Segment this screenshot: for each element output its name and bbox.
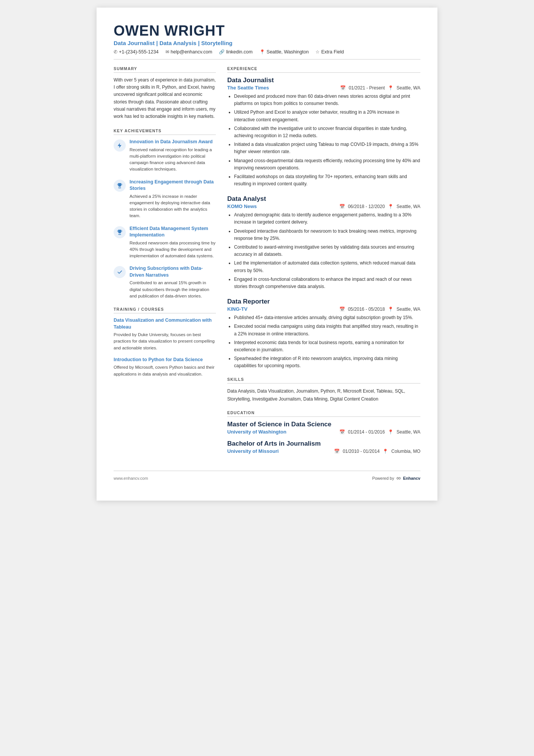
contact-email: ✉ help@enhancv.com [166, 49, 212, 55]
edu-dates-2: 📅 01/2010 - 01/2014 📍 Columbia, MO [334, 449, 420, 454]
trophy-icon-1 [117, 183, 123, 189]
course-item-1: Data Visualization and Communication wit… [114, 317, 216, 351]
location-icon-3: 📍 [388, 307, 393, 312]
education-section-title: EDUCATION [227, 410, 420, 417]
achievement-icon-1 [114, 139, 126, 152]
achievement-item-4: Driving Subscriptions with Data-Driven N… [114, 265, 216, 299]
contact-location: 📍 Seattle, Washington [259, 49, 309, 55]
job-item-3: Data Reporter KING-TV 📅 05/2016 - 05/201… [227, 298, 420, 369]
bullet: Initiated a data visualization project u… [234, 141, 420, 155]
job-bullets-1: Developed and produced more than 60 data… [227, 93, 420, 188]
bullet: Facilitated workshops on data storytelli… [234, 173, 420, 188]
phone-icon: ✆ [114, 49, 117, 55]
edu-meta-2: University of Missouri 📅 01/2010 - 01/20… [227, 448, 420, 454]
achievement-content-1: Innovation in Data Journalism Award Rece… [130, 139, 216, 173]
bullet: Led the implementation of automated data… [234, 260, 420, 274]
job-company-2: KOMO News [227, 203, 257, 209]
star-icon: ☆ [315, 49, 320, 55]
experience-section-title: EXPERIENCE [227, 66, 420, 73]
footer: www.enhancv.com Powered by ∞ Enhancv [114, 471, 420, 482]
achievement-item-3: Efficient Data Management System Impleme… [114, 225, 216, 260]
header-contact: ✆ +1-(234)-555-1234 ✉ help@enhancv.com 🔗… [114, 49, 420, 59]
edu-item-1: Master of Science in Data Science Univer… [227, 421, 420, 435]
achievements-section-title: KEY ACHIEVEMENTS [114, 128, 216, 135]
bullet: Contributed to award-winning investigati… [234, 244, 420, 258]
brand-name: Enhancv [403, 476, 420, 481]
bullet: Executed social media campaigns using da… [234, 323, 420, 337]
course-title-1: Data Visualization and Communication wit… [114, 317, 216, 330]
location-icon-2: 📍 [388, 204, 393, 209]
edu-item-2: Bachelor of Arts in Journalism Universit… [227, 440, 420, 454]
edu-school-2: University of Missouri [227, 448, 279, 454]
linkedin-icon: 🔗 [219, 49, 225, 55]
trophy-icon-2 [117, 229, 123, 235]
job-meta-2: KOMO News 📅 06/2018 - 12/2020 📍 Seattle,… [227, 203, 420, 209]
course-item-2: Introduction to Python for Data Science … [114, 357, 216, 377]
left-column: SUMMARY With over 5 years of experience … [114, 66, 216, 459]
bullet: Developed and produced more than 60 data… [234, 93, 420, 107]
job-meta-3: KING-TV 📅 05/2016 - 05/2018 📍 Seattle, W… [227, 306, 420, 312]
job-dates-2: 📅 06/2018 - 12/2020 📍 Seattle, WA [339, 204, 420, 209]
contact-linkedin: 🔗 linkedin.com [219, 49, 252, 55]
edu-degree-1: Master of Science in Data Science [227, 421, 420, 428]
edu-school-1: University of Washington [227, 429, 286, 435]
job-company-1: The Seattle Times [227, 85, 269, 91]
achievement-title-2: Increasing Engagement through Data Stori… [130, 179, 216, 192]
achievement-content-4: Driving Subscriptions with Data-Driven N… [130, 265, 216, 299]
job-title-3: Data Reporter [227, 298, 420, 305]
achievement-content-3: Efficient Data Management System Impleme… [130, 225, 216, 260]
calendar-icon-2: 📅 [339, 204, 345, 209]
job-company-3: KING-TV [227, 306, 247, 312]
bullet: Developed interactive dashboards for new… [234, 228, 420, 242]
achievement-desc-4: Contributed to an annual 15% growth in d… [130, 280, 216, 299]
calendar-icon-3: 📅 [339, 307, 345, 312]
right-column: EXPERIENCE Data Journalist The Seattle T… [227, 66, 420, 459]
email-icon: ✉ [166, 49, 169, 55]
calendar-icon-edu-1: 📅 [339, 429, 345, 435]
achievement-title-3: Efficient Data Management System Impleme… [130, 225, 216, 239]
bullet: Utilized Python and Excel to analyze vot… [234, 109, 420, 123]
bullet: Engaged in cross-functional collaboratio… [234, 276, 420, 290]
job-bullets-2: Analyzed demographic data to identify au… [227, 211, 420, 290]
contact-extra: ☆ Extra Field [315, 49, 344, 55]
resume-page: OWEN WRIGHT Data Journalist | Data Analy… [97, 8, 437, 501]
location-icon-1: 📍 [388, 85, 393, 91]
location-icon-edu-1: 📍 [388, 429, 393, 435]
job-title-2: Data Analyst [227, 195, 420, 203]
job-item-1: Data Journalist The Seattle Times 📅 01/2… [227, 77, 420, 188]
check-icon [117, 269, 123, 275]
bullet: Managed cross-departmental data requests… [234, 157, 420, 172]
job-dates-1: 📅 01/2021 - Present 📍 Seattle, WA [340, 85, 420, 91]
achievement-icon-3 [114, 226, 126, 238]
lightning-icon [117, 142, 123, 149]
skills-section-title: SKILLS [227, 377, 420, 383]
achievement-content-2: Increasing Engagement through Data Stori… [130, 179, 216, 219]
edu-degree-2: Bachelor of Arts in Journalism [227, 440, 420, 448]
bullet: Analyzed demographic data to identify au… [234, 211, 420, 226]
powered-by-label: Powered by [372, 476, 394, 481]
summary-section-title: SUMMARY [114, 66, 216, 73]
bullet: Spearheaded the integration of R into ne… [234, 355, 420, 369]
job-item-2: Data Analyst KOMO News 📅 06/2018 - 12/20… [227, 195, 420, 290]
edu-dates-1: 📅 01/2014 - 01/2016 📍 Seattle, WA [339, 429, 420, 435]
achievement-title-4: Driving Subscriptions with Data-Driven N… [130, 265, 216, 279]
achievement-icon-2 [114, 180, 126, 192]
course-title-2: Introduction to Python for Data Science [114, 357, 216, 363]
header: OWEN WRIGHT Data Journalist | Data Analy… [114, 23, 420, 59]
body-wrapper: SUMMARY With over 5 years of experience … [114, 66, 420, 459]
achievement-desc-2: Achieved a 25% increase in reader engage… [130, 193, 216, 219]
location-icon-edu-2: 📍 [383, 449, 388, 454]
achievement-title-1: Innovation in Data Journalism Award [130, 139, 216, 146]
skills-text: Data Analysis, Data Visualization, Journ… [227, 387, 420, 403]
job-dates-3: 📅 05/2016 - 05/2018 📍 Seattle, WA [339, 307, 420, 312]
achievement-item-2: Increasing Engagement through Data Stori… [114, 179, 216, 219]
job-bullets-3: Published 45+ data-intensive articles an… [227, 314, 420, 369]
course-desc-1: Provided by Duke University, focuses on … [114, 332, 216, 351]
job-meta-1: The Seattle Times 📅 01/2021 - Present 📍 … [227, 85, 420, 91]
contact-phone: ✆ +1-(234)-555-1234 [114, 49, 159, 55]
footer-brand: Powered by ∞ Enhancv [372, 475, 420, 482]
edu-meta-1: University of Washington 📅 01/2014 - 01/… [227, 429, 420, 435]
brand-logo-icon: ∞ [397, 475, 401, 482]
achievement-icon-4 [114, 266, 126, 278]
achievement-item-1: Innovation in Data Journalism Award Rece… [114, 139, 216, 173]
